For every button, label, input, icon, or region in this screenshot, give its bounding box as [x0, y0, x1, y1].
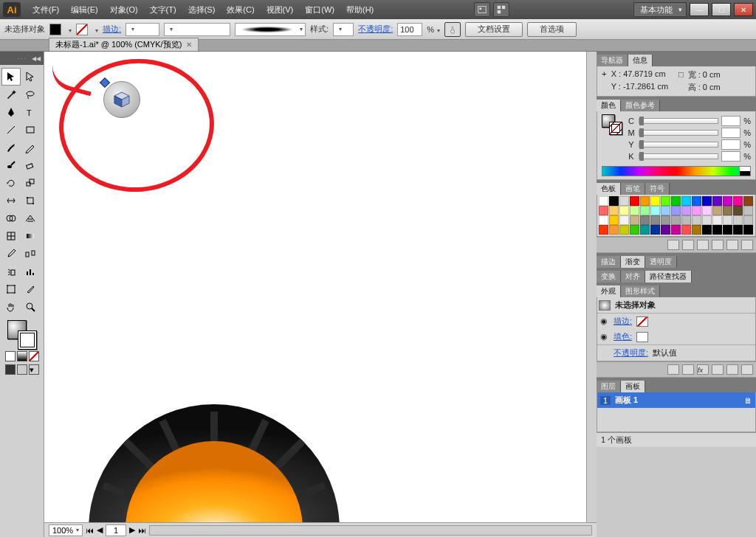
swatch-cell[interactable] — [702, 196, 712, 206]
tab-appearance[interactable]: 外观 — [597, 285, 621, 297]
slider-y[interactable]: Y% — [627, 139, 751, 150]
swatch-cell[interactable] — [712, 225, 722, 235]
app-delete-icon[interactable] — [741, 364, 753, 375]
window-maximize-button[interactable]: ☐ — [712, 3, 731, 16]
swatch-cell[interactable] — [599, 215, 608, 225]
slider-k[interactable]: K% — [627, 151, 751, 162]
swatch-cell[interactable] — [723, 215, 732, 225]
swatch-delete-icon[interactable] — [741, 240, 753, 250]
swatch-cell[interactable] — [630, 225, 639, 235]
mesh-tool[interactable] — [1, 227, 21, 245]
swatch-cell[interactable] — [692, 196, 701, 206]
appearance-fill-link[interactable]: 填色: — [614, 331, 632, 342]
stroke-swatch[interactable] — [76, 24, 88, 35]
swatch-cell[interactable] — [733, 215, 743, 225]
line-tool[interactable] — [1, 121, 21, 139]
type-tool[interactable]: T — [21, 103, 40, 121]
document-tab[interactable]: 未标题-1.ai* @ 100% (CMYK/预览) ✕ — [49, 38, 199, 51]
tab-symbols[interactable]: 符号 — [645, 183, 670, 195]
color-stroke-icon[interactable] — [609, 122, 622, 135]
swatch-cell[interactable] — [650, 196, 660, 206]
slider-c[interactable]: C% — [627, 116, 751, 126]
swatch-cell[interactable] — [630, 196, 639, 206]
document-setup-button[interactable]: 文档设置 — [465, 22, 523, 37]
swatch-cell[interactable] — [681, 225, 691, 235]
menu-window[interactable]: 窗口(W) — [299, 2, 340, 18]
opacity-label-link[interactable]: 不透明度: — [358, 24, 393, 35]
swatch-cell[interactable] — [671, 215, 681, 225]
bridge-icon[interactable] — [474, 2, 490, 17]
swatch-cell[interactable] — [692, 215, 701, 225]
nav-first-icon[interactable]: ⏮ — [86, 526, 94, 535]
swatch-cell[interactable] — [723, 206, 732, 215]
workspace-switcher[interactable]: 基本功能 — [633, 2, 687, 17]
page-input[interactable]: 1 — [106, 524, 126, 536]
swatch-cell[interactable] — [661, 215, 670, 225]
opacity-dropdown[interactable]: % — [427, 25, 440, 34]
tab-navigator[interactable]: 导航器 — [597, 55, 628, 66]
direct-selection-tool[interactable] — [21, 68, 40, 86]
artboard-row[interactable]: 1 画板 1 🗎 — [597, 392, 755, 408]
color-mode-none[interactable] — [29, 351, 39, 361]
swatch-cell[interactable] — [712, 196, 722, 206]
swatch-new-icon[interactable] — [726, 240, 738, 250]
symbol-sprayer-tool[interactable] — [1, 263, 21, 280]
swatch-cell[interactable] — [723, 196, 732, 206]
perspective-grid-tool[interactable] — [21, 209, 40, 227]
swatch-cell[interactable] — [681, 196, 691, 206]
zoom-tool[interactable] — [21, 298, 40, 316]
scale-tool[interactable] — [21, 174, 40, 192]
stroke-dropdown[interactable] — [92, 25, 98, 34]
swatch-kind-icon[interactable] — [682, 240, 694, 250]
style-input[interactable] — [333, 23, 354, 36]
swatch-cell[interactable] — [743, 215, 753, 225]
window-minimize-button[interactable]: — — [690, 3, 709, 16]
swatch-cell[interactable] — [599, 206, 608, 215]
opacity-input[interactable]: 100 — [397, 23, 422, 36]
stroke-indicator[interactable] — [18, 330, 37, 350]
rotate-tool[interactable] — [1, 174, 21, 192]
swatch-cell[interactable] — [671, 225, 681, 235]
rectangle-tool[interactable] — [21, 121, 40, 139]
selection-tool[interactable] — [1, 68, 21, 86]
app-fx-icon[interactable]: fx — [697, 364, 709, 375]
swatch-cell[interactable] — [619, 225, 629, 235]
tab-transform[interactable]: 变换 — [597, 271, 621, 283]
brush-preset-input[interactable] — [235, 23, 306, 36]
recolor-icon[interactable] — [444, 22, 461, 37]
artboard-tool[interactable] — [1, 280, 21, 298]
blob-brush-tool[interactable] — [1, 156, 21, 174]
paintbrush-tool[interactable] — [1, 139, 21, 156]
appearance-stroke-swatch[interactable] — [636, 316, 648, 327]
app-newstroke-icon[interactable] — [667, 364, 679, 375]
swatch-cell[interactable] — [630, 206, 639, 215]
zoom-select[interactable]: 100% — [49, 524, 83, 536]
swatch-cell[interactable] — [609, 206, 619, 215]
stroke-weight-input[interactable] — [126, 23, 159, 36]
screen-mode-normal[interactable] — [5, 364, 16, 375]
swatch-group-icon[interactable] — [712, 240, 724, 250]
swatch-cell[interactable] — [712, 215, 722, 225]
collapse-icon[interactable]: ◀◀ — [32, 55, 41, 62]
tab-brushes[interactable]: 画笔 — [621, 183, 645, 195]
swatch-cell[interactable] — [733, 206, 743, 215]
app-dup-icon[interactable] — [726, 364, 738, 375]
eye-icon-2[interactable]: ◉ — [599, 332, 609, 342]
swatch-cell[interactable] — [640, 196, 650, 206]
swatch-cell[interactable] — [640, 215, 650, 225]
pencil-tool[interactable] — [21, 139, 40, 156]
canvas[interactable] — [44, 52, 597, 522]
menu-help[interactable]: 帮助(H) — [340, 2, 379, 18]
fill-dropdown[interactable] — [66, 25, 72, 34]
swatch-cell[interactable] — [599, 196, 608, 206]
tab-color[interactable]: 颜色 — [597, 100, 621, 111]
blend-tool[interactable] — [21, 245, 40, 263]
swatch-lib-icon[interactable] — [667, 240, 679, 250]
tools-panel-handle[interactable]: ◀◀ — [0, 52, 44, 65]
tab-transparency[interactable]: 透明度 — [645, 256, 677, 268]
swatch-cell[interactable] — [681, 206, 691, 215]
stroke-label-link[interactable]: 描边: — [103, 24, 121, 35]
swatch-cell[interactable] — [702, 206, 712, 215]
tab-layers[interactable]: 图层 — [597, 381, 621, 392]
eye-icon[interactable]: ◉ — [599, 316, 609, 326]
